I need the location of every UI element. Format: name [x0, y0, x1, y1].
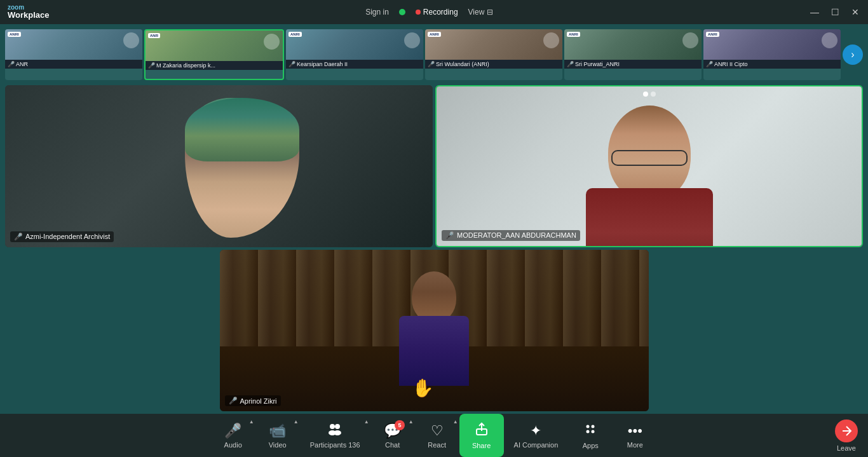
- titlebar: zoom Workplace Sign in Recording View ⊟ …: [0, 0, 868, 24]
- thumb-bottom-1: 🎤 ANR: [5, 60, 142, 69]
- audio-icon: 🎤: [224, 423, 241, 439]
- toolbar-ai-companion[interactable]: ✦ AI Companion: [504, 414, 569, 457]
- recording-indicator: Recording: [416, 8, 458, 17]
- thumb-mic-icon-3: 🎤: [288, 61, 295, 67]
- apps-icon: [583, 422, 597, 440]
- video-cell-azmi: 🎤 Azmi-Independent Archivist: [5, 85, 433, 247]
- video-cell-aprinol: 🎤 Aprinol Zikri: [220, 250, 649, 412]
- hand-raised-icon: ✋: [412, 378, 434, 399]
- mic-icon-azmi: 🎤: [14, 233, 23, 241]
- video-icon: 📹: [269, 423, 286, 439]
- thumb-bg-4: ANRI: [425, 29, 562, 60]
- more-icon: •••: [628, 423, 642, 439]
- svg-point-7: [592, 425, 595, 428]
- titlebar-center: Sign in Recording View ⊟: [365, 8, 493, 17]
- dot-2: [651, 92, 656, 97]
- svg-point-1: [335, 424, 340, 429]
- toolbar-more[interactable]: ••• More: [613, 414, 657, 457]
- mic-icon-moderator: 🎤: [445, 231, 454, 240]
- svg-point-3: [334, 430, 341, 435]
- anri-logo-3: ANRI: [288, 32, 302, 37]
- anri-logo-2: ANR: [148, 33, 160, 38]
- thumb-mic-icon-6: 🎤: [706, 61, 713, 67]
- main-content: ANRI 🎤 ANR ANR 🎤 M Zakaria dispersip k..…: [0, 24, 868, 414]
- thumb-mic-icon-4: 🎤: [428, 61, 435, 67]
- toolbar-chat[interactable]: 💬 5 ▲ Chat: [370, 414, 415, 457]
- thumbnail-next-button[interactable]: ›: [843, 44, 863, 65]
- svg-point-0: [330, 424, 335, 429]
- thumb-bg-6: ANRI: [703, 29, 841, 60]
- toolbar-react[interactable]: ♡ ▲ React: [415, 414, 459, 457]
- thumb-bottom-6: 🎤 ANRI II Cipto: [703, 60, 841, 69]
- react-label: React: [428, 441, 446, 449]
- video-aprinol: [220, 250, 649, 412]
- participants-label: Participants 136: [310, 441, 360, 449]
- toolbar-participants[interactable]: ▲ Participants 136: [300, 414, 370, 457]
- video-name-azmi: Azmi-Independent Archivist: [25, 233, 110, 240]
- toolbar-video[interactable]: 📹 ▲ Video: [255, 414, 300, 457]
- minimize-button[interactable]: —: [810, 7, 820, 17]
- more-label: More: [627, 441, 643, 449]
- view-grid-icon: ⊟: [487, 8, 493, 17]
- video-name-moderator: MODERATOR_AAN ABDURACHMAN: [457, 231, 576, 239]
- toolbar-share[interactable]: Share: [459, 414, 504, 457]
- thumb-mic-icon-5: 🎤: [567, 61, 574, 67]
- thumbnail-5[interactable]: ANRI 🎤 Sri Purwati_ANRI: [564, 29, 702, 80]
- toolbar-apps[interactable]: Apps: [568, 414, 613, 457]
- titlebar-right: — ☐ ✕: [810, 7, 860, 17]
- share-label: Share: [472, 442, 491, 449]
- anri-logo-6: ANRI: [706, 32, 719, 37]
- chat-label: Chat: [385, 441, 400, 449]
- thumb-mic-icon-2: 🎤: [148, 62, 155, 69]
- thumb-bg-5: ANRI: [564, 29, 702, 60]
- video-label-moderator: 🎤 MODERATOR_AAN ABDURACHMAN: [442, 230, 580, 241]
- video-name-aprinol: Aprinol Zikri: [240, 397, 277, 405]
- participants-chevron: ▲: [364, 419, 369, 425]
- view-button[interactable]: View ⊟: [468, 8, 494, 17]
- thumbnail-6[interactable]: ANRI 🎤 ANRI II Cipto: [703, 29, 841, 80]
- thumbnail-4[interactable]: ANRI 🎤 Sri Wulandari (ANRI): [425, 29, 562, 80]
- thumb-bottom-4: 🎤 Sri Wulandari (ANRI): [425, 60, 562, 69]
- thumb-label-4: 🎤 Sri Wulandari (ANRI): [428, 61, 489, 67]
- audio-chevron: ▲: [249, 419, 254, 425]
- signin-button[interactable]: Sign in: [365, 8, 389, 17]
- apps-label: Apps: [583, 442, 599, 449]
- leave-button[interactable]: Leave: [835, 419, 858, 452]
- view-label: View: [468, 8, 485, 17]
- leave-icon: [835, 419, 858, 442]
- recording-label: Recording: [423, 8, 458, 17]
- svg-point-8: [587, 430, 590, 433]
- svg-point-9: [592, 430, 595, 433]
- toolbar: 🎤 ▲ Audio 📹 ▲ Video ▲ Participants 136 💬…: [0, 414, 868, 457]
- video-moderator: [437, 86, 862, 246]
- dot-1: [643, 92, 648, 97]
- person-head-moderator: [586, 106, 713, 247]
- participants-icon: [327, 423, 342, 439]
- glasses-moderator: [611, 150, 688, 166]
- status-dot-icon: [399, 9, 405, 15]
- video-label: Video: [269, 441, 287, 449]
- toolbar-audio[interactable]: 🎤 ▲ Audio: [211, 414, 255, 457]
- maximize-button[interactable]: ☐: [830, 7, 840, 17]
- ai-companion-icon: ✦: [530, 423, 541, 439]
- ai-companion-label: AI Companion: [514, 441, 559, 449]
- thumb-label-5: 🎤 Sri Purwati_ANRI: [567, 61, 620, 67]
- thumbnail-3[interactable]: ANRI 🎤 Kearsipan Daerah II: [286, 29, 423, 80]
- thumb-bottom-3: 🎤 Kearsipan Daerah II: [286, 60, 423, 69]
- close-button[interactable]: ✕: [850, 7, 860, 17]
- video-cell-moderator: 🎤 MODERATOR_AAN ABDURACHMAN: [435, 85, 863, 247]
- thumb-bg-1: ANRI: [5, 29, 142, 60]
- thumb-mic-icon-1: 🎤: [8, 61, 15, 67]
- person-figure-aprinol: [396, 271, 472, 386]
- titlebar-left: zoom Workplace: [8, 4, 50, 20]
- mic-icon-aprinol: 🎤: [229, 397, 238, 405]
- anri-logo-1: ANRI: [8, 32, 21, 37]
- dot-indicator-moderator: [643, 92, 656, 97]
- anri-logo-5: ANRI: [567, 32, 580, 37]
- video-azmi: [5, 85, 433, 247]
- thumbnail-1[interactable]: ANRI 🎤 ANR: [5, 29, 142, 80]
- video-chevron: ▲: [294, 419, 299, 425]
- thumbnail-2[interactable]: ANR 🎤 M Zakaria dispersip k...: [144, 29, 284, 80]
- video-label-azmi: 🎤 Azmi-Independent Archivist: [10, 231, 114, 242]
- thumb-bottom-5: 🎤 Sri Purwati_ANRI: [564, 60, 702, 69]
